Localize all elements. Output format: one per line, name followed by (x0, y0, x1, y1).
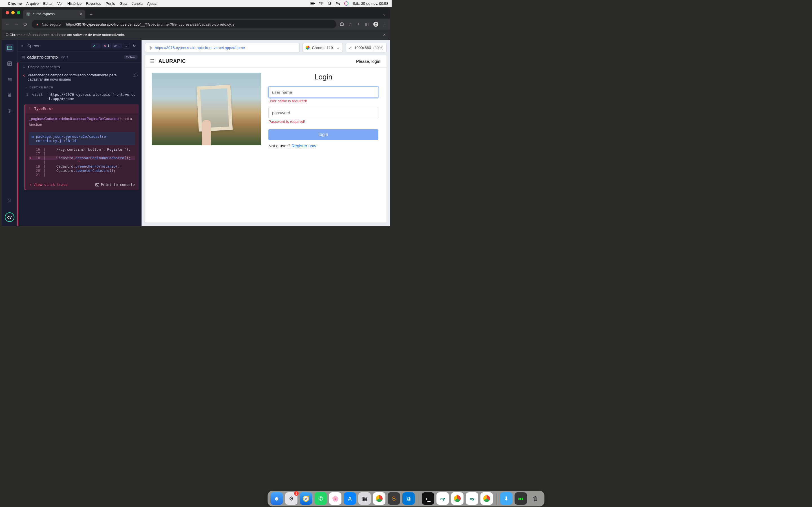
menu-favoritos[interactable]: Favoritos (86, 1, 101, 6)
password-error: Password is required! (268, 119, 378, 124)
chevron-down-icon: ⌄ (25, 86, 28, 89)
window-minimize[interactable] (11, 11, 15, 14)
chrome-window: cy curso-cypress ✕ ＋ ⌄ ← → ⟳ ▲ Não segur… (2, 8, 390, 227)
svg-point-9 (339, 4, 340, 5)
address-bar[interactable]: ▲ Não seguro https://3076-cypress-alurap… (32, 20, 336, 29)
stats-pending: ⟳-- (112, 43, 122, 48)
test-row-failed[interactable]: ✕ Preencher os campos do formulário corr… (18, 71, 142, 83)
username-input[interactable] (268, 87, 378, 98)
view-stack-trace-link[interactable]: › View stack trace (29, 182, 67, 187)
menubar-clock[interactable]: Sáb. 25 de nov. 00:58 (353, 1, 388, 6)
chrome-tabstrip: cy curso-cypress ✕ ＋ ⌄ (2, 8, 390, 18)
tab-close-icon[interactable]: ✕ (79, 12, 82, 16)
battery-icon[interactable] (310, 2, 315, 5)
describe-block[interactable]: ⌄ Página de cadastro (18, 62, 142, 71)
aut-preview-pane: ◎ https://3076-cypress-alurapic-front.ve… (142, 40, 390, 226)
register-link[interactable]: Register now (292, 144, 316, 148)
rail-bug-icon[interactable] (6, 91, 13, 99)
mac-menubar: Chrome Arquivo Editar Ver Histórico Favo… (0, 0, 392, 7)
error-bang-icon: ! (29, 107, 31, 111)
cypress-logo-icon[interactable]: cy (5, 212, 14, 222)
menu-janela[interactable]: Janela (132, 1, 142, 6)
chrome-icon (306, 46, 310, 50)
menu-ajuda[interactable]: Ajuda (147, 1, 156, 6)
svg-point-29 (9, 110, 10, 112)
window-close[interactable] (6, 11, 9, 14)
svg-rect-2 (314, 3, 315, 4)
stats-dropdown-icon[interactable]: ⌄ (123, 43, 130, 49)
login-form: Login User name is required! Password is… (268, 73, 378, 148)
menu-editar[interactable]: Editar (43, 1, 53, 6)
login-button[interactable]: login (268, 129, 378, 140)
svg-line-5 (331, 4, 331, 5)
menubar-app-name[interactable]: Chrome (8, 1, 22, 6)
chevron-down-icon: ⌄ (22, 65, 26, 69)
file-icon: ▤ (32, 134, 34, 138)
menu-arquivo[interactable]: Arquivo (26, 1, 39, 6)
security-warning-icon[interactable]: ▲ (36, 22, 39, 26)
rail-settings-icon[interactable] (6, 107, 13, 115)
rail-keyboard-icon[interactable]: ⌘ (6, 196, 13, 205)
control-center-icon[interactable] (336, 2, 340, 5)
register-prompt: Not a user? Register now (268, 144, 378, 148)
extensions-icon[interactable]: ✦ (357, 22, 360, 27)
rail-specs-icon[interactable] (6, 44, 13, 52)
menu-guia[interactable]: Guia (119, 1, 127, 6)
siri-icon[interactable] (344, 1, 349, 6)
selector-playground-icon[interactable]: ◎ (149, 45, 152, 50)
spec-file-row[interactable]: ▤ cadastro-correto.cy.js 271ms (17, 52, 142, 62)
command-row[interactable]: 1 visit https://3076-cypress-alurapic-fr… (18, 91, 142, 103)
scale-icon: ⤢ (349, 45, 352, 50)
svg-point-20 (10, 78, 11, 79)
sidepanel-icon[interactable]: ◧ (365, 22, 369, 27)
print-to-console-button[interactable]: Print to console (95, 182, 135, 187)
brand-title[interactable]: ALURAPIC (158, 58, 186, 64)
window-zoom[interactable] (17, 11, 20, 14)
svg-point-22 (10, 80, 11, 81)
password-input[interactable] (268, 107, 378, 118)
bookmark-star-icon[interactable]: ☆ (349, 22, 352, 27)
rail-runs-icon[interactable] (6, 60, 13, 68)
hand-illustration (202, 120, 211, 145)
menu-ver[interactable]: Ver (57, 1, 63, 6)
nav-reload-icon[interactable]: ⟳ (22, 21, 28, 27)
error-message: _paginasCadastro.default.acessarPaginaDe… (26, 113, 139, 130)
new-tab-button[interactable]: ＋ (85, 11, 97, 17)
viewport-selector[interactable]: ⤢ 1000x660 (89%) (346, 43, 387, 52)
specs-back-icon[interactable]: ⇤ (21, 44, 24, 48)
security-label: Não seguro (42, 22, 63, 26)
kebab-menu-icon[interactable]: ⋮ (383, 22, 387, 27)
test-info-icon[interactable]: ⓘ (134, 73, 138, 78)
wifi-icon[interactable] (319, 2, 323, 5)
error-file-link[interactable]: ▤ package.json/cypress/e2e/cadastro-corr… (29, 132, 135, 145)
window-controls[interactable] (4, 11, 23, 17)
hamburger-menu-icon[interactable]: ☰ (150, 58, 154, 64)
aut-url: https://3076-cypress-alurapic-front.verc… (155, 46, 245, 50)
profile-icon[interactable] (373, 22, 378, 27)
tabs-menu-chevron-icon[interactable]: ⌄ (378, 12, 390, 16)
fail-x-icon: ✕ (22, 73, 26, 78)
rerun-icon[interactable]: ↻ (131, 44, 138, 48)
svg-point-3 (320, 4, 321, 5)
login-heading: Login (268, 73, 378, 81)
spotlight-icon[interactable] (327, 1, 332, 5)
error-block: ! TypeError _paginasCadastro.default.ace… (24, 104, 139, 190)
spec-file-name: cadastro-correto (27, 55, 58, 59)
cypress-reporter-panel: ⇤ Specs ✔-- ✕1 ⟳-- ⌄ ↻ ▤ cadastro-corret… (17, 40, 142, 226)
stats-failed: ✕1 (102, 43, 111, 48)
menu-historico[interactable]: Histórico (67, 1, 82, 6)
automation-banner-text: O Chrome está sendo controlado por um so… (6, 33, 125, 37)
svg-point-21 (10, 79, 11, 80)
menu-perfis[interactable]: Perfis (106, 1, 115, 6)
share-icon[interactable] (340, 22, 344, 27)
svg-line-26 (11, 95, 11, 95)
hook-label: ⌄ BEFORE EACH (18, 83, 142, 91)
svg-line-28 (11, 96, 11, 96)
error-type: TypeError (35, 107, 54, 111)
aut-url-bar[interactable]: ◎ https://3076-cypress-alurapic-front.ve… (145, 43, 300, 52)
rail-debug-icon[interactable] (6, 75, 13, 83)
nav-back-icon[interactable]: ← (4, 21, 10, 27)
automation-banner-close-icon[interactable]: ✕ (383, 33, 386, 37)
browser-selector[interactable]: Chrome 119 ⌄ (303, 43, 343, 52)
browser-tab[interactable]: cy curso-cypress ✕ (23, 10, 85, 18)
